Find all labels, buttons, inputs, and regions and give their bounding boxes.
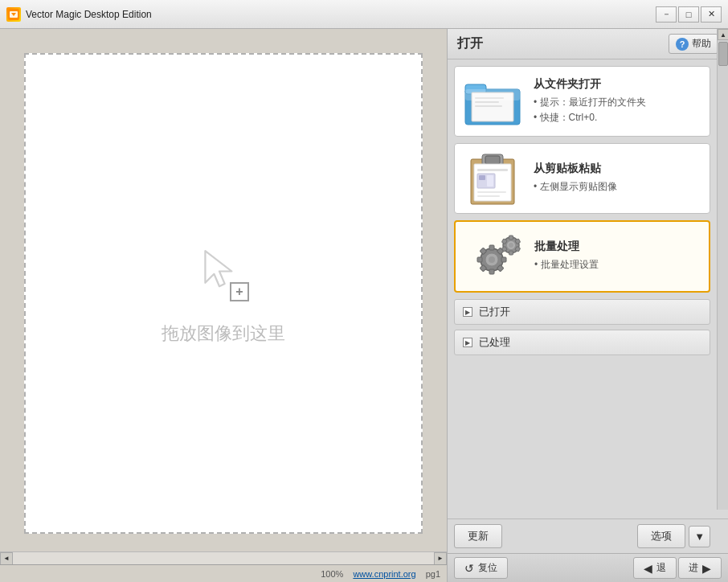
restore-label: 复位	[478, 561, 497, 575]
back-icon: ◀	[644, 562, 652, 575]
restore-button[interactable]: ↺ 复位	[454, 557, 508, 579]
drop-zone-label: 拖放图像到这里	[162, 322, 285, 346]
svg-rect-17	[479, 175, 485, 180]
paste-clipboard-info: 从剪贴板粘贴 左侧显示剪贴图像	[534, 162, 703, 195]
clipboard-icon	[461, 150, 526, 207]
options-arrow-button[interactable]: ▼	[689, 526, 710, 547]
window-controls: － □ ✕	[656, 6, 722, 23]
batch-process-desc1: 批量处理设置	[534, 257, 702, 273]
paste-clipboard-desc: 左侧显示剪贴图像	[534, 179, 703, 195]
open-folder-card[interactable]: 从文件夹打开 提示：最近打开的文件夹 快捷：Ctrl+0.	[454, 66, 710, 137]
svg-rect-10	[465, 89, 520, 100]
plus-icon: +	[230, 282, 249, 301]
update-button[interactable]: 更新	[454, 524, 502, 548]
svg-rect-13	[485, 156, 500, 164]
svg-marker-3	[205, 251, 231, 286]
folder-icon	[461, 73, 526, 129]
nav-bar: ↺ 复位 ◀ 退 进 ▶	[448, 553, 728, 582]
drop-zone[interactable]: + 拖放图像到这里	[24, 53, 423, 534]
back-label: 退	[656, 561, 666, 575]
svg-rect-28	[489, 269, 494, 274]
maximize-button[interactable]: □	[678, 6, 699, 23]
restore-btn-group: ↺ 复位	[454, 557, 508, 579]
scroll-left-arrow[interactable]: ◄	[0, 552, 13, 565]
already-processed-label: 已处理	[479, 335, 510, 350]
v-scrollbar[interactable]: ▲	[717, 29, 728, 510]
scroll-up-arrow[interactable]: ▲	[718, 29, 728, 40]
scroll-right-arrow[interactable]: ►	[434, 552, 447, 565]
panel-title: 打开	[457, 35, 669, 52]
svg-point-34	[509, 243, 513, 248]
help-label: 帮助	[692, 37, 711, 51]
svg-rect-20	[477, 195, 500, 197]
batch-process-desc: 批量处理设置	[534, 257, 702, 273]
batch-icon	[462, 228, 526, 285]
options-button-group: 选项 ▼	[637, 524, 710, 548]
back-button[interactable]: ◀ 退	[633, 557, 677, 579]
forward-icon: ▶	[702, 562, 711, 575]
paste-clipboard-title: 从剪贴板粘贴	[534, 162, 703, 176]
nav-back-forward: ◀ 退 进 ▶	[633, 557, 722, 579]
scroll-track-h[interactable]	[13, 552, 434, 564]
svg-rect-8	[475, 101, 499, 103]
app-title: Vector Magic Desktop Edition	[26, 9, 656, 20]
svg-rect-18	[487, 175, 493, 186]
svg-rect-30	[477, 257, 482, 262]
status-bar: 100% www.cnprint.org pg1	[0, 564, 447, 582]
app-icon	[6, 7, 21, 22]
forward-button[interactable]: 进 ▶	[678, 557, 722, 579]
already-open-label: 已打开	[479, 305, 510, 319]
svg-rect-15	[477, 169, 508, 171]
panel-content: 从文件夹打开 提示：最近打开的文件夹 快捷：Ctrl+0.	[448, 59, 728, 518]
svg-rect-19	[477, 191, 506, 193]
svg-point-23	[489, 256, 495, 263]
svg-rect-26	[501, 257, 506, 262]
scroll-thumb[interactable]	[718, 42, 728, 66]
svg-rect-9	[475, 105, 502, 107]
title-bar: Vector Magic Desktop Edition － □ ✕	[0, 0, 728, 29]
panel-header: 打开 ? 帮助	[448, 29, 728, 59]
close-button[interactable]: ✕	[701, 6, 722, 23]
paste-clipboard-card[interactable]: 从剪贴板粘贴 左侧显示剪贴图像	[454, 143, 710, 214]
canvas-panel: + 拖放图像到这里 ◄ ► 100% www.cnprint.org pg1	[0, 29, 447, 582]
svg-rect-38	[509, 251, 513, 255]
help-button[interactable]: ? 帮助	[669, 34, 718, 54]
svg-rect-35	[509, 236, 513, 240]
forward-label: 进	[689, 561, 698, 575]
batch-process-title: 批量处理	[534, 240, 702, 254]
open-folder-title: 从文件夹打开	[534, 77, 703, 92]
paste-clipboard-desc1: 左侧显示剪贴图像	[534, 179, 703, 195]
batch-process-info: 批量处理 批量处理设置	[534, 240, 702, 273]
help-icon: ?	[676, 38, 689, 51]
already-processed-item[interactable]: ▶ 已处理	[454, 330, 710, 355]
website-link[interactable]: www.cnprint.org	[353, 569, 415, 579]
svg-rect-24	[489, 245, 494, 250]
open-folder-desc2: 快捷：Ctrl+0.	[534, 110, 703, 125]
open-folder-desc: 提示：最近打开的文件夹 快捷：Ctrl+0.	[534, 95, 703, 125]
open-folder-desc1: 提示：最近打开的文件夹	[534, 95, 703, 110]
open-folder-info: 从文件夹打开 提示：最近打开的文件夹 快捷：Ctrl+0.	[534, 77, 703, 125]
minimize-button[interactable]: －	[656, 6, 677, 23]
options-button[interactable]: 选项	[637, 524, 685, 548]
already-open-item[interactable]: ▶ 已打开	[454, 299, 710, 325]
batch-process-card[interactable]: 批量处理 批量处理设置	[454, 220, 710, 293]
expand-processed-arrow: ▶	[463, 338, 472, 347]
h-scrollbar[interactable]: ◄ ►	[0, 551, 447, 564]
panel-bottom-bar: 更新 选项 ▼	[448, 518, 728, 553]
restore-icon: ↺	[464, 562, 474, 575]
right-panel: ▲ 打开 ? 帮助	[447, 29, 728, 582]
expand-open-arrow: ▶	[463, 307, 472, 317]
drop-cursor-icon: +	[191, 241, 256, 305]
zoom-level: 100%	[321, 569, 343, 579]
page-indicator: pg1	[426, 569, 440, 579]
main-area: + 拖放图像到这里 ◄ ► 100% www.cnprint.org pg1 ▲…	[0, 29, 728, 582]
